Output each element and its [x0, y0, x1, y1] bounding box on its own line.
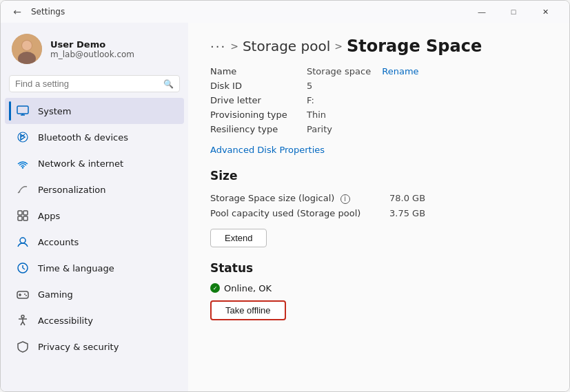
- size-table: Storage Space size (logical) i 78.0 GB P…: [210, 191, 547, 220]
- svg-point-22: [26, 295, 27, 296]
- sidebar-item-system[interactable]: System: [5, 98, 184, 124]
- sidebar-label-system: System: [38, 106, 71, 116]
- close-button[interactable]: ✕: [529, 1, 561, 23]
- svg-point-23: [21, 316, 24, 318]
- main-layout: User Demo m_lab@outlook.com 🔍 Sy: [1, 23, 569, 391]
- back-button[interactable]: ←: [9, 3, 26, 20]
- status-row: Online, OK: [210, 283, 547, 293]
- prop-value-driveletter: F:: [307, 93, 547, 107]
- prop-label-name: Name: [210, 64, 307, 79]
- user-section: User Demo m_lab@outlook.com: [1, 23, 188, 72]
- breadcrumb-dots[interactable]: ···: [210, 39, 226, 54]
- status-online-dot: [210, 283, 220, 293]
- user-info: User Demo m_lab@outlook.com: [50, 39, 134, 59]
- sidebar-item-privacy[interactable]: Privacy & security: [5, 333, 184, 360]
- sidebar-label-time: Time & language: [38, 263, 114, 274]
- sidebar-label-network: Network & internet: [38, 158, 123, 169]
- maximize-button[interactable]: □: [498, 1, 529, 23]
- user-name: User Demo: [50, 39, 134, 50]
- apps-icon: [16, 209, 30, 223]
- svg-rect-4: [17, 106, 28, 114]
- prop-value-provisioning: Thin: [307, 107, 547, 122]
- sidebar-label-accessibility: Accessibility: [38, 316, 93, 326]
- prop-row-name: Name Storage space Rename: [210, 64, 547, 79]
- breadcrumb-current: Storage Space: [347, 37, 482, 56]
- privacy-icon: [16, 340, 30, 353]
- svg-line-9: [18, 192, 20, 193]
- breadcrumb-sep1: >: [230, 41, 238, 52]
- extend-button[interactable]: Extend: [210, 229, 267, 247]
- content-body: Name Storage space Rename Disk ID 5 Driv…: [188, 61, 569, 337]
- prop-label-diskid: Disk ID: [210, 79, 307, 93]
- prop-label-resiliency: Resiliency type: [210, 122, 307, 136]
- svg-point-3: [22, 41, 32, 50]
- prop-row-driveletter: Drive letter F:: [210, 93, 547, 107]
- avatar[interactable]: [12, 34, 42, 64]
- search-icon: 🔍: [163, 79, 174, 89]
- sidebar-item-accessibility[interactable]: Accessibility: [5, 307, 184, 333]
- content-area: ··· > Storage pool > Storage Space Name …: [188, 23, 569, 391]
- prop-label-provisioning: Provisioning type: [210, 107, 307, 122]
- svg-rect-10: [18, 211, 22, 215]
- svg-line-17: [23, 268, 25, 269]
- breadcrumb-pool-link[interactable]: Storage pool: [243, 38, 330, 54]
- personalization-icon: [16, 183, 30, 196]
- svg-rect-13: [23, 216, 28, 220]
- accessibility-icon: [16, 313, 30, 327]
- sidebar-label-accounts: Accounts: [38, 237, 79, 247]
- accounts-icon: [16, 235, 30, 249]
- size-section-title: Size: [210, 169, 547, 183]
- prop-value-resiliency: Parity: [307, 122, 547, 136]
- sidebar-item-network[interactable]: Network & internet: [5, 150, 184, 176]
- system-icon: [16, 104, 30, 118]
- prop-row-diskid: Disk ID 5: [210, 79, 547, 93]
- window-title: Settings: [31, 7, 65, 17]
- sidebar-item-time[interactable]: Time & language: [5, 255, 184, 281]
- window-controls: — □ ✕: [466, 1, 561, 23]
- info-icon-logical[interactable]: i: [340, 194, 350, 204]
- size-label-logical: Storage Space size (logical) i: [210, 191, 389, 206]
- advanced-disk-properties-link[interactable]: Advanced Disk Properties: [210, 145, 325, 155]
- status-section-title: Status: [210, 261, 547, 275]
- properties-table: Name Storage space Rename Disk ID 5 Driv…: [210, 64, 547, 136]
- sidebar-item-bluetooth[interactable]: Bluetooth & devices: [5, 124, 184, 150]
- svg-point-7: [18, 132, 28, 142]
- time-icon: [16, 261, 30, 275]
- prop-label-driveletter: Drive letter: [210, 93, 307, 107]
- prop-row-resiliency: Resiliency type Parity: [210, 122, 547, 136]
- titlebar-left: ← Settings: [9, 3, 65, 20]
- sidebar-label-privacy: Privacy & security: [38, 342, 119, 352]
- sidebar-item-apps[interactable]: Apps: [5, 203, 184, 229]
- sidebar-item-gaming[interactable]: Gaming: [5, 281, 184, 307]
- size-value-logical: 78.0 GB: [389, 191, 547, 206]
- sidebar-label-personalization: Personalization: [38, 185, 106, 195]
- prop-row-provisioning: Provisioning type Thin: [210, 107, 547, 122]
- search-box[interactable]: 🔍: [9, 75, 180, 92]
- sidebar-label-apps: Apps: [38, 211, 60, 221]
- settings-window: ← Settings — □ ✕ Us: [0, 0, 570, 392]
- status-text: Online, OK: [224, 283, 272, 293]
- size-label-pool: Pool capacity used (Storage pool): [210, 206, 389, 220]
- gaming-icon: [16, 287, 30, 301]
- prop-value-diskid: 5: [307, 79, 547, 93]
- sidebar-item-personalization[interactable]: Personalization: [5, 176, 184, 203]
- svg-point-21: [24, 293, 26, 295]
- svg-rect-11: [23, 211, 28, 215]
- breadcrumb-sep2: >: [334, 41, 343, 52]
- bluetooth-icon: [16, 130, 30, 144]
- rename-link[interactable]: Rename: [382, 66, 418, 76]
- titlebar: ← Settings — □ ✕: [1, 1, 569, 23]
- search-input[interactable]: [15, 79, 159, 89]
- breadcrumb: ··· > Storage pool > Storage Space: [188, 23, 569, 61]
- minimize-button[interactable]: —: [466, 1, 498, 23]
- user-email: m_lab@outlook.com: [50, 50, 134, 59]
- size-value-pool: 3.75 GB: [389, 206, 547, 220]
- svg-rect-12: [18, 216, 22, 220]
- size-row-pool: Pool capacity used (Storage pool) 3.75 G…: [210, 206, 547, 220]
- svg-point-8: [22, 167, 23, 168]
- network-icon: [16, 156, 30, 170]
- sidebar-item-accounts[interactable]: Accounts: [5, 229, 184, 255]
- size-row-logical: Storage Space size (logical) i 78.0 GB: [210, 191, 547, 206]
- take-offline-button[interactable]: Take offline: [210, 300, 286, 320]
- sidebar-label-bluetooth: Bluetooth & devices: [38, 132, 128, 143]
